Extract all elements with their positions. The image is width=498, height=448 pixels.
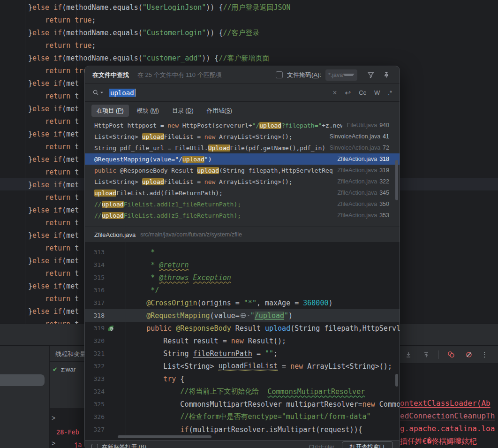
- whole-words-toggle[interactable]: W: [374, 89, 380, 96]
- search-field-row[interactable]: upload × ↩ Cc W .*: [85, 84, 400, 102]
- preview-line[interactable]: 320 Result result = new Result();: [85, 334, 400, 347]
- view-breakpoints-icon[interactable]: [445, 349, 457, 360]
- result-row[interactable]: List<String> uploadFileList = new ArrayL…: [85, 176, 400, 187]
- result-row[interactable]: String pdf_file_url = FileUtil.UploadFil…: [85, 142, 400, 153]
- endpoint-globe-icon[interactable]: [107, 325, 116, 332]
- result-row[interactable]: //uploadFileList.add(z1_fileReturnPath);…: [85, 198, 400, 210]
- results-scrollbar-thumb[interactable]: [395, 160, 398, 200]
- preview-line[interactable]: 314 * @return: [85, 258, 400, 271]
- result-row[interactable]: List<String> uploadFileList = new ArrayL…: [85, 131, 400, 142]
- match-count-summary: 在 25 个文件中有 110 个匹配项: [137, 71, 222, 79]
- filter-icon[interactable]: [365, 69, 377, 81]
- result-row[interactable]: //uploadFileList.add(z5_fileReturnPath);…: [85, 210, 400, 221]
- code-token: [49, 181, 53, 189]
- run-config-row[interactable]: ✔z:war: [53, 366, 75, 373]
- preview-line[interactable]: 319 public @ResponseBody Result upload(S…: [85, 322, 400, 334]
- tab-threads-variables[interactable]: 线程和变量: [55, 350, 86, 358]
- preview-line[interactable]: 323 try {: [85, 372, 400, 385]
- editor-line: }else if(met: [28, 229, 79, 242]
- code-token: (methodName.equals(: [62, 29, 143, 37]
- editor-line: }else if(met: [28, 153, 79, 166]
- regex-toggle[interactable]: .*: [388, 89, 392, 96]
- preview-line[interactable]: 317 @CrossOrigin(origins = "*", maxAge =…: [85, 296, 400, 309]
- code-token: "customer_add": [143, 54, 202, 62]
- scope-tab-1[interactable]: 模块 (M): [132, 105, 164, 117]
- preview-line[interactable]: 315 * @throws Exception: [85, 271, 400, 284]
- code-token: ;: [91, 41, 96, 50]
- result-row[interactable]: uploadFileList.add(fileReturnPath);Zfile…: [85, 187, 400, 198]
- file-mask-checkbox[interactable]: [276, 71, 283, 78]
- code-token: (multipartResolver.isMultipart(request))…: [189, 425, 362, 434]
- code-token: [49, 3, 53, 12]
- code-token: //用户登录返回JSON: [223, 3, 290, 12]
- tree-expand-icon[interactable]: >: [52, 414, 55, 422]
- console-stack-link[interactable]: edConnectionCleanupTh: [400, 411, 495, 420]
- open-in-new-tab-checkbox[interactable]: [91, 444, 98, 448]
- code-token: (met: [62, 231, 79, 240]
- search-icon[interactable]: [92, 87, 104, 99]
- code-token: new: [231, 337, 244, 345]
- editor-line: return true;: [28, 14, 96, 27]
- code-token: else: [32, 29, 49, 37]
- match-case-toggle[interactable]: Cc: [359, 89, 366, 96]
- code-token: (met: [62, 130, 79, 138]
- panel-scrollbar-thumb[interactable]: [0, 374, 45, 386]
- result-row[interactable]: @RequestMapping(value="/upload")ZfileAct…: [85, 153, 400, 165]
- clear-search-icon[interactable]: ×: [332, 89, 337, 97]
- tree-expand-icon[interactable]: >: [52, 440, 55, 447]
- preview-line[interactable]: 327 if(multipartResolver.isMultipart(req…: [85, 423, 400, 436]
- arrow-down-to-line-icon[interactable]: [403, 349, 414, 360]
- console-stack-link[interactable]: ontextClassLoader(Ab: [400, 399, 490, 408]
- preview-line[interactable]: 321 String fileReturnPath = "";: [85, 347, 400, 360]
- open-find-window-button[interactable]: 打开查找窗口: [342, 441, 393, 448]
- preview-line[interactable]: 325 CommonsMultipartResolver multipartRe…: [85, 398, 400, 410]
- scope-tab-3[interactable]: 作用域(S): [202, 105, 237, 117]
- preview-vscrollbar-thumb[interactable]: [395, 374, 398, 387]
- preview-line[interactable]: 316 */: [85, 284, 400, 296]
- code-token: =: [252, 349, 265, 358]
- result-line-number: 72: [383, 144, 389, 151]
- code-token: "*": [244, 299, 257, 307]
- code-token: @return: [159, 261, 189, 269]
- result-line-number: 940: [379, 122, 389, 129]
- indent-guide: [25, 0, 25, 324]
- file-mask-select[interactable]: *.java: [325, 69, 357, 81]
- result-file-name: ZfileAction.java: [337, 156, 377, 162]
- insert-newline-icon[interactable]: ↩: [345, 89, 351, 97]
- ide-window: }else if(methodName.equals("UserLoginJso…: [0, 0, 498, 448]
- code-token: @ResponseBody Result: [116, 167, 197, 174]
- scope-tab-0[interactable]: 在项目 (P): [91, 105, 129, 117]
- code-token: FileList =: [164, 133, 204, 140]
- open-in-new-tab-label: 在新标签打开 (B): [102, 443, 146, 448]
- search-history-chevron-icon[interactable]: [100, 92, 103, 94]
- preview-line[interactable]: 324 //将当前上下文初始化给 CommonsMutipartResolver: [85, 385, 400, 398]
- more-options-icon[interactable]: ⋮: [481, 350, 488, 359]
- code-token: (String filepath,HttpServletRequest requ: [290, 324, 400, 333]
- scope-tab-2[interactable]: 目录 (D): [167, 105, 199, 117]
- preview-line[interactable]: 326 //检查form中是否有enctype="multipart/form-…: [85, 410, 400, 423]
- code-token: if: [53, 54, 62, 62]
- preview-line[interactable]: 322 List<String> uploadFileList = new Ar…: [85, 360, 400, 372]
- code-token: [28, 269, 45, 278]
- chevron-down-icon[interactable]: [247, 315, 249, 316]
- code-token: return: [45, 244, 70, 252]
- result-row[interactable]: HttpPost httppost = new HttpPost(serveru…: [85, 120, 400, 131]
- arrow-up-to-line-icon[interactable]: [421, 349, 432, 360]
- search-input[interactable]: upload: [109, 89, 135, 97]
- result-row[interactable]: public @ResponseBody Result upload(Strin…: [85, 165, 400, 176]
- code-token: else: [32, 54, 49, 62]
- pin-icon[interactable]: [381, 69, 392, 81]
- preview-line[interactable]: 318 @RequestMapping(value="/upload"): [85, 309, 400, 322]
- globe-icon[interactable]: [240, 312, 246, 319]
- match-highlight: upload: [102, 201, 124, 208]
- code-token: return: [45, 168, 70, 176]
- code-token: if: [53, 307, 62, 316]
- mute-breakpoints-icon[interactable]: [463, 349, 475, 360]
- preview-hscrollbar-thumb[interactable]: [118, 435, 211, 438]
- code-token: [28, 117, 45, 126]
- code-token: [28, 41, 45, 50]
- editor-line: }else if(met: [28, 179, 79, 191]
- code-token: @ResponseBody: [176, 324, 231, 333]
- code-token: (origins =: [197, 299, 244, 307]
- preview-line[interactable]: 313 *: [85, 246, 400, 258]
